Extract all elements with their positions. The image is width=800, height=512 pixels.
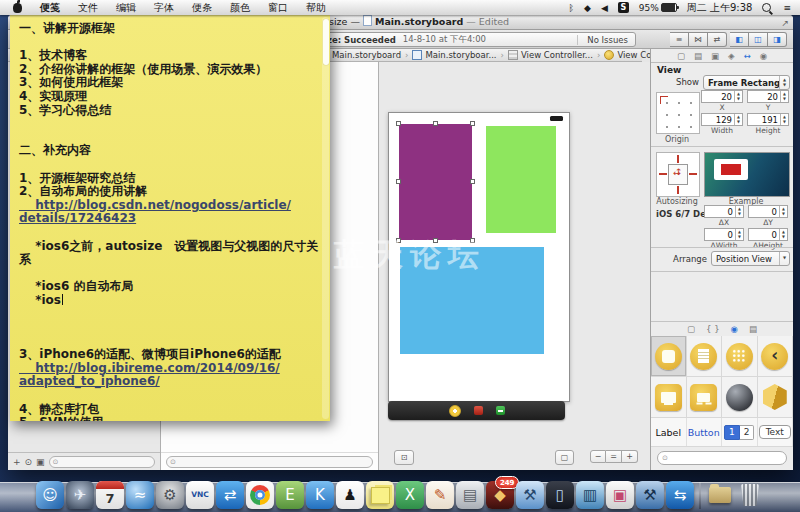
editor-mode-button[interactable]: ≡ <box>670 32 689 47</box>
selection-handle[interactable] <box>433 238 438 243</box>
dock-app-icon[interactable]: ◆ 249 <box>486 481 514 509</box>
resize-canvas-button[interactable]: ⊡ <box>394 450 414 465</box>
purple-view-selected[interactable] <box>399 124 472 240</box>
editor-mode-button[interactable]: ⋈ <box>689 32 708 47</box>
dock-app-icon[interactable]: ▯ <box>546 481 574 509</box>
volume-icon[interactable]: ◀ <box>596 3 613 13</box>
stickies-note[interactable]: 一、讲解开源框架1、技术博客2、介绍你讲解的框架（使用场景、演示效果）3、如何使… <box>10 14 330 421</box>
stepper-icon[interactable] <box>779 206 787 217</box>
editor-mode-button[interactable]: ⇄ <box>708 32 727 47</box>
library-object[interactable] <box>722 336 758 377</box>
interface-builder-canvas[interactable]: ⊡ ▢ − = + <box>379 62 650 470</box>
sticky-note-text[interactable]: 一、讲解开源框架1、技术博客2、介绍你讲解的框架（使用场景、演示效果）3、如何使… <box>19 22 318 421</box>
field-value[interactable]: 20 <box>702 92 734 102</box>
selection-handle[interactable] <box>470 179 475 184</box>
breadcrumb-item[interactable]: Main.storyboar... <box>412 50 508 60</box>
library-object[interactable] <box>722 377 758 418</box>
menu-item[interactable]: 文件 <box>69 0 107 15</box>
outline-filter-field[interactable]: ⊙ <box>166 456 373 468</box>
library-object[interactable] <box>687 336 723 377</box>
sticky-scrollbar[interactable] <box>322 17 329 419</box>
library-object[interactable] <box>758 377 794 418</box>
stepper-icon[interactable] <box>734 114 742 125</box>
dock-app-icon[interactable]: E <box>276 481 304 509</box>
selection-handle[interactable] <box>396 121 401 126</box>
sticky-scrollbar-thumb[interactable] <box>323 19 329 65</box>
field-value[interactable]: 129 <box>702 115 734 125</box>
library-filter-field[interactable]: ⊙ <box>657 451 787 465</box>
menu-item[interactable]: 颜色 <box>221 0 259 15</box>
dock-app-icon[interactable]: ⇆ <box>666 481 694 509</box>
dock-app-icon[interactable] <box>706 481 734 509</box>
stepper-icon[interactable] <box>734 91 742 102</box>
dock-app-icon[interactable] <box>366 481 394 509</box>
library-tab[interactable]: { } <box>706 324 720 334</box>
field-value[interactable]: 0 <box>705 230 735 240</box>
dock-app-icon[interactable]: ▣ <box>606 481 634 509</box>
stepper-icon[interactable] <box>735 206 743 217</box>
dock-app-icon[interactable]: ✎ <box>426 481 454 509</box>
dock-app-icon[interactable]: X <box>396 481 424 509</box>
scm-filter-icon[interactable]: ▣ <box>36 457 45 467</box>
menu-item[interactable]: 帮助 <box>297 0 335 15</box>
dock-app-icon[interactable]: VNC <box>186 481 214 509</box>
arrange-dropdown[interactable]: Position View ▼ <box>711 251 790 266</box>
inspector-tab[interactable]: ↔ <box>744 51 751 61</box>
notification-center-icon[interactable]: ≡ <box>778 3 796 13</box>
library-object-label[interactable]: Label <box>651 418 687 446</box>
stepper-icon[interactable] <box>735 229 743 240</box>
device-toggle-button[interactable]: ▢ <box>555 450 574 465</box>
view-toggle-button[interactable]: ◫ <box>749 32 768 47</box>
dock-app-icon[interactable]: ⚒ <box>516 481 544 509</box>
library-object[interactable] <box>651 377 687 418</box>
first-responder-icon[interactable] <box>474 406 483 415</box>
field-value[interactable]: 0 <box>749 207 779 217</box>
field-value[interactable]: 191 <box>748 115 780 125</box>
zoom-in-button[interactable]: + <box>622 450 638 463</box>
menu-item[interactable]: 字体 <box>145 0 183 15</box>
inspector-tab[interactable]: ▤ <box>694 51 702 61</box>
menu-item[interactable]: 窗口 <box>259 0 297 15</box>
zoom-fit-button[interactable]: = <box>606 450 622 463</box>
library-tab[interactable]: ▤ <box>749 324 757 334</box>
inspector-tab[interactable]: ◉ <box>760 51 767 61</box>
dock-app-icon[interactable]: ⇄ <box>216 481 244 509</box>
exit-segue-icon[interactable] <box>496 406 505 415</box>
library-object[interactable] <box>687 377 723 418</box>
menu-clock[interactable]: 周二 上午9:38 <box>682 1 758 15</box>
zoom-out-button[interactable]: − <box>590 450 606 463</box>
dock-app-icon[interactable] <box>246 481 274 509</box>
inspector-tab[interactable]: ◈ <box>728 51 735 61</box>
menu-item[interactable]: 便条 <box>183 0 221 15</box>
dock-app-icon[interactable]: 7 <box>96 481 124 509</box>
dock-app-icon[interactable]: ▥ <box>576 481 604 509</box>
selection-handle[interactable] <box>396 238 401 243</box>
menu-item[interactable]: 编辑 <box>107 0 145 15</box>
library-object-button[interactable]: Button <box>687 418 723 446</box>
battery-status[interactable]: 95% <box>634 3 682 13</box>
dock-app-icon[interactable]: ⚒ <box>636 481 664 509</box>
selection-handle[interactable] <box>470 121 475 126</box>
show-dropdown[interactable]: Frame Rectangle ▲▼ <box>703 75 790 90</box>
add-button[interactable]: + <box>13 457 21 467</box>
dock-app-icon[interactable]: ⚙ <box>156 481 184 509</box>
inspector-tab[interactable]: ▢ <box>677 51 685 61</box>
menu-item[interactable]: 便笺 <box>31 0 69 15</box>
selection-handle[interactable] <box>470 238 475 243</box>
apple-menu-icon[interactable] <box>13 3 22 13</box>
selection-handle[interactable] <box>396 179 401 184</box>
fullscreen-icon[interactable]: ↗ <box>781 16 789 30</box>
view-toggle-button[interactable]: ◧ <box>730 32 749 47</box>
origin-widget[interactable] <box>656 92 700 134</box>
dock-app-icon[interactable]: ♟ <box>336 481 364 509</box>
dock-app-icon[interactable] <box>736 481 764 509</box>
field-value[interactable]: 0 <box>705 207 735 217</box>
stepper-icon[interactable] <box>780 114 788 125</box>
input-method-icon[interactable]: ◆ <box>579 3 596 13</box>
library-object[interactable] <box>758 336 794 377</box>
spotlight-icon[interactable] <box>757 3 778 12</box>
breadcrumb-item[interactable]: View Controller... <box>508 50 604 60</box>
dock-app-icon[interactable] <box>699 482 701 509</box>
view-controller-icon[interactable] <box>449 405 461 417</box>
autosizing-widget[interactable]: ↔↕ <box>656 152 700 197</box>
